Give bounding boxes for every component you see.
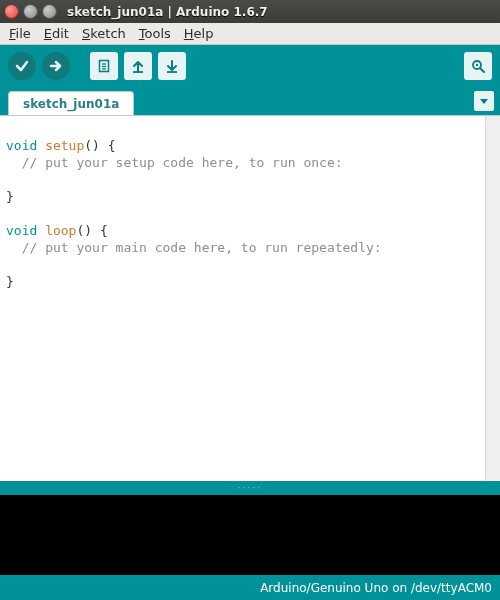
code-function: setup — [45, 138, 84, 153]
svg-line-7 — [480, 68, 484, 72]
new-sketch-button[interactable] — [90, 52, 118, 80]
upload-button[interactable] — [42, 52, 70, 80]
code-editor[interactable]: void setup() { // put your setup code he… — [0, 115, 500, 481]
arrow-right-icon — [48, 58, 64, 74]
window-minimize-button[interactable] — [23, 4, 38, 19]
magnifier-icon — [470, 58, 486, 74]
code-comment: // put your setup code here, to run once… — [6, 155, 343, 170]
editor-scrollbar[interactable] — [485, 116, 500, 481]
output-console[interactable] — [0, 495, 500, 575]
code-comment: // put your main code here, to run repea… — [6, 240, 382, 255]
serial-monitor-button[interactable] — [464, 52, 492, 80]
status-text: Arduino/Genuino Uno on /dev/ttyACM0 — [260, 581, 492, 595]
chevron-down-icon — [478, 95, 490, 107]
code-text: } — [6, 274, 14, 289]
tab-sketch[interactable]: sketch_jun01a — [8, 91, 134, 115]
check-icon — [14, 58, 30, 74]
verify-button[interactable] — [8, 52, 36, 80]
open-sketch-button[interactable] — [124, 52, 152, 80]
tab-bar: sketch_jun01a — [0, 87, 500, 115]
arrow-up-icon — [130, 58, 146, 74]
pane-divider[interactable]: ····· — [0, 481, 500, 495]
code-text: () { — [84, 138, 115, 153]
menu-help[interactable]: Help — [179, 24, 219, 43]
menu-sketch[interactable]: Sketch — [77, 24, 131, 43]
arrow-down-icon — [164, 58, 180, 74]
window-close-button[interactable] — [4, 4, 19, 19]
menu-tools[interactable]: Tools — [134, 24, 176, 43]
svg-point-8 — [476, 64, 478, 66]
toolbar — [0, 45, 500, 87]
code-keyword: void — [6, 223, 37, 238]
menu-file[interactable]: File — [4, 24, 36, 43]
menubar: File Edit Sketch Tools Help — [0, 23, 500, 45]
menu-edit[interactable]: Edit — [39, 24, 74, 43]
window-maximize-button[interactable] — [42, 4, 57, 19]
tab-menu-button[interactable] — [474, 91, 494, 111]
save-sketch-button[interactable] — [158, 52, 186, 80]
code-text: () { — [76, 223, 107, 238]
code-keyword: void — [6, 138, 37, 153]
tab-label: sketch_jun01a — [23, 97, 119, 111]
window-titlebar: sketch_jun01a | Arduino 1.6.7 — [0, 0, 500, 23]
file-icon — [96, 58, 112, 74]
window-title: sketch_jun01a | Arduino 1.6.7 — [67, 5, 268, 19]
code-text: } — [6, 189, 14, 204]
status-bar: Arduino/Genuino Uno on /dev/ttyACM0 — [0, 575, 500, 600]
svg-marker-9 — [480, 99, 488, 104]
code-function: loop — [45, 223, 76, 238]
